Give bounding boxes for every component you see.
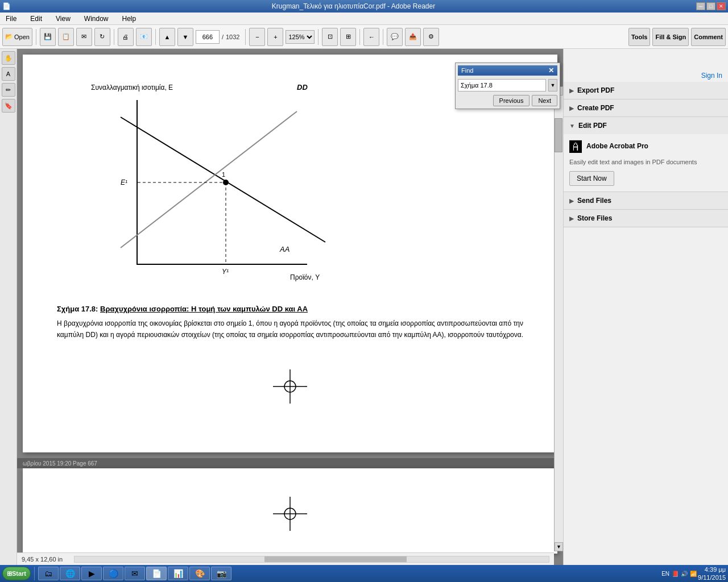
find-input[interactable]: [458, 79, 546, 92]
save-icon: 💾: [44, 33, 52, 40]
export-pdf-header[interactable]: ▶ Export PDF: [564, 82, 728, 99]
find-dropdown-button[interactable]: ▼: [548, 79, 557, 92]
minimize-button[interactable]: ─: [696, 2, 705, 10]
store-files-label: Store Files: [577, 214, 612, 222]
fit-page-button[interactable]: ⊡: [322, 28, 338, 46]
toolbar-separator-3: [155, 29, 156, 45]
print-button[interactable]: 🖨: [118, 28, 134, 46]
create-pdf-arrow: ▶: [569, 105, 574, 111]
next-page-button[interactable]: ▼: [177, 28, 193, 46]
taskbar-ie-button[interactable]: 🌐: [60, 567, 80, 580]
page-dimensions: 9,45 x 12,60 in: [22, 556, 63, 563]
store-files-arrow: ▶: [569, 215, 574, 222]
taskbar: ⊞ Start 🗂 🌐 ▶ 🔵 ✉ 📄 📊 🎨 📷 EN 📕 🔊 📶 4:39 …: [0, 565, 728, 582]
scroll-thumb[interactable]: [555, 118, 562, 152]
zoom-in-button[interactable]: +: [267, 28, 283, 46]
caption-area: Σχήμα 17.8: Βραχυχρόνια ισορροπία: Η τομ…: [57, 305, 523, 341]
email2-button[interactable]: 📧: [136, 28, 152, 46]
save-button[interactable]: 💾: [40, 28, 56, 46]
fit-width-button[interactable]: ⊞: [340, 28, 356, 46]
share-button[interactable]: 📤: [405, 28, 421, 46]
select-tool-button[interactable]: A: [2, 67, 15, 81]
media-icon: ▶: [89, 569, 95, 578]
pdf-area[interactable]: Συναλλαγματική ισοτιμία, E: [17, 49, 563, 568]
toolbar-separator-2: [114, 29, 114, 45]
prev-page-button[interactable]: ▲: [159, 28, 175, 46]
menu-edit[interactable]: Edit: [27, 14, 46, 24]
horizontal-scrollbar[interactable]: [74, 556, 549, 563]
save-copy-icon: 📋: [62, 33, 70, 40]
back-icon: ←: [369, 34, 375, 40]
find-close-button[interactable]: ✕: [548, 66, 554, 74]
store-files-header[interactable]: ▶ Store Files: [564, 210, 728, 227]
scroll-track[interactable]: [555, 95, 563, 542]
next-button[interactable]: Next: [532, 95, 557, 106]
caption-label: Σχήμα 17.8:: [57, 305, 98, 313]
page-separator: ωβρίου 2015 19:20 Page 667: [17, 458, 563, 468]
main-area: ✋ A ✏ 🔖 Συναλλαγματική ισοτιμία, E: [0, 49, 728, 568]
vertical-scrollbar[interactable]: ▲ ▼: [554, 86, 563, 551]
taskbar-explorer-button[interactable]: 🗂: [38, 567, 59, 580]
taskbar-mail-button[interactable]: ✉: [125, 567, 145, 580]
start-button[interactable]: ⊞ Start: [2, 567, 31, 580]
taskbar-paint-button[interactable]: 🎨: [189, 567, 210, 580]
send-files-header[interactable]: ▶ Send Files: [564, 192, 728, 209]
menu-view[interactable]: View: [52, 14, 74, 24]
create-pdf-header[interactable]: ▶ Create PDF: [564, 99, 728, 117]
scroll-down-button[interactable]: ▼: [555, 542, 563, 551]
clock-date: 9/11/2015: [698, 573, 726, 581]
toolbar-separator-7: [383, 29, 383, 45]
fill-sign-tab-button[interactable]: Fill & Sign: [652, 28, 689, 46]
horizontal-scroll-thumb[interactable]: [264, 556, 407, 562]
taskbar-media-button[interactable]: ▶: [81, 567, 102, 580]
comment-label: Comment: [694, 34, 723, 40]
email-button[interactable]: ✉: [76, 28, 92, 46]
y1-label: Y¹: [222, 268, 229, 276]
close-button[interactable]: ✕: [717, 2, 726, 10]
network-icon: 📶: [690, 571, 697, 577]
crosshair-2: [273, 497, 307, 531]
taskbar-camera-button[interactable]: 📷: [211, 567, 231, 580]
menu-file[interactable]: File: [2, 14, 20, 24]
zoom-out-button[interactable]: −: [249, 28, 265, 46]
chrome-icon: 🔵: [109, 569, 118, 578]
bookmark-button[interactable]: 🔖: [2, 99, 15, 113]
settings-button[interactable]: ⚙: [423, 28, 439, 46]
next-page-icon: ▼: [182, 34, 188, 40]
email2-icon: 📧: [140, 33, 148, 40]
comment-tab-button[interactable]: Comment: [691, 28, 726, 46]
taskbar-separator: [34, 567, 35, 580]
open-button[interactable]: 📂 Open: [2, 28, 32, 46]
hand-tool-button[interactable]: ✋: [2, 51, 15, 65]
edit-pdf-header[interactable]: ▼ Edit PDF: [564, 117, 728, 134]
tools-tab-button[interactable]: Tools: [628, 28, 651, 46]
left-toolbar: ✋ A ✏ 🔖: [0, 49, 17, 568]
maximize-button[interactable]: □: [706, 2, 715, 10]
start-now-button[interactable]: Start Now: [569, 171, 614, 186]
export-pdf-arrow: ▶: [569, 88, 574, 94]
back-button[interactable]: ←: [363, 28, 379, 46]
menu-help[interactable]: Help: [119, 14, 140, 24]
previous-button[interactable]: Previous: [493, 95, 530, 106]
comment-button[interactable]: 💬: [387, 28, 403, 46]
find-input-row: ▼: [458, 79, 557, 92]
taskbar-chrome-button[interactable]: 🔵: [103, 567, 123, 580]
toolbar-separator-1: [36, 29, 36, 45]
mail-icon: ✉: [131, 569, 138, 578]
annotation-button[interactable]: ✏: [2, 83, 15, 97]
edit-pdf-label: Edit PDF: [578, 122, 607, 130]
create-pdf-label: Create PDF: [577, 104, 614, 112]
sign-in-link[interactable]: Sign In: [564, 69, 728, 82]
zoom-select[interactable]: 125% 100% 150% 75%: [286, 30, 315, 44]
paint-icon: 🎨: [195, 569, 205, 578]
start-label: ⊞: [7, 570, 12, 577]
taskbar-excel-button[interactable]: 📊: [168, 567, 188, 580]
taskbar-acrobat-button[interactable]: 📄: [146, 567, 167, 580]
menu-window[interactable]: Window: [81, 14, 112, 24]
refresh-button[interactable]: ↻: [94, 28, 110, 46]
camera-icon: 📷: [217, 569, 226, 578]
page-number-input[interactable]: [196, 30, 220, 44]
create-pdf-section: ▶ Create PDF: [564, 99, 728, 117]
zoom-in-icon: +: [274, 34, 277, 40]
save-copy-button[interactable]: 📋: [58, 28, 74, 46]
